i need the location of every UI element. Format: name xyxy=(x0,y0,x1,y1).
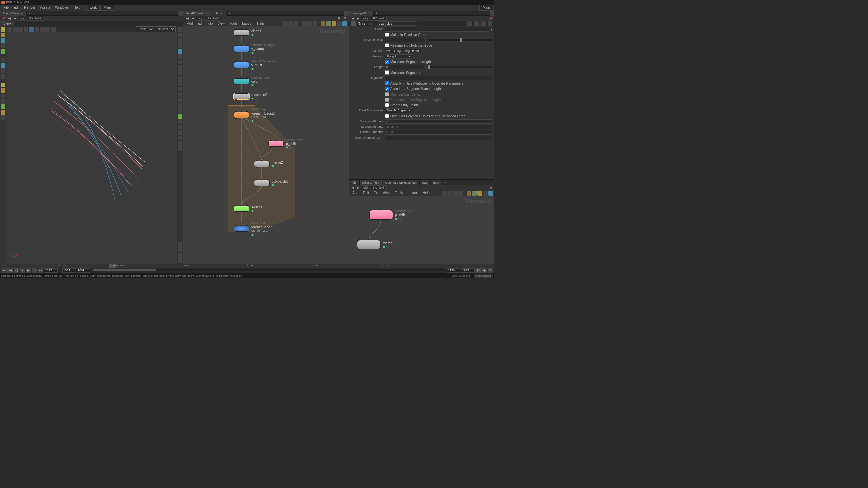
vp-icon[interactable] xyxy=(7,27,12,32)
nm-tools[interactable]: Tools xyxy=(228,21,239,26)
step-back-button[interactable]: ◀ xyxy=(7,268,13,273)
display-icon[interactable] xyxy=(178,81,182,86)
viewport-canvas[interactable]: Persp No cam xyxy=(6,26,177,264)
tool-icon[interactable] xyxy=(1,88,5,93)
display-icon[interactable] xyxy=(178,119,182,124)
tool-icon[interactable] xyxy=(1,110,5,115)
display-icon[interactable] xyxy=(178,130,182,135)
tool-icon[interactable] xyxy=(1,99,5,104)
path-obj[interactable]: obj xyxy=(361,16,370,21)
step-fwd-button[interactable]: ▷ xyxy=(32,268,37,273)
vp-icon[interactable] xyxy=(35,27,39,32)
vp-icon[interactable] xyxy=(13,27,18,32)
pin-icon[interactable]: 📌 xyxy=(488,16,493,21)
network1-graph[interactable]: Geometry clean1Attribute Wranglev_clampA… xyxy=(183,26,349,264)
search-icon[interactable] xyxy=(481,21,486,26)
net-toolbar-icon[interactable] xyxy=(337,21,342,26)
nm-go[interactable]: Go xyxy=(372,190,380,196)
find-icon[interactable]: ⊞ xyxy=(337,16,342,21)
net-toolbar-icon[interactable] xyxy=(283,21,288,26)
tab-obj[interactable]: /obj× xyxy=(211,11,226,16)
play-button[interactable]: ▶ xyxy=(26,268,31,273)
add-tab-button[interactable]: + xyxy=(226,11,232,16)
tool-icon[interactable] xyxy=(1,83,5,87)
tool-icon[interactable] xyxy=(1,104,5,109)
nm-view[interactable]: View xyxy=(381,190,392,196)
param-checkbox[interactable] xyxy=(385,43,389,47)
net-toolbar-icon[interactable] xyxy=(448,191,452,196)
global-start-field[interactable] xyxy=(447,268,460,273)
param-number[interactable] xyxy=(385,38,426,42)
close-icon[interactable]: × xyxy=(220,12,223,15)
node-color[interactable]: Attribute VOPcolor xyxy=(234,76,270,86)
status-mode[interactable]: Auto Update xyxy=(474,274,493,278)
net-toolbar-icon[interactable] xyxy=(313,21,317,26)
path-obj[interactable]: obj xyxy=(18,16,26,21)
node-resample2[interactable]: resample2 xyxy=(234,93,267,100)
nm-layout[interactable]: Layout xyxy=(240,21,254,26)
param-checkbox[interactable] xyxy=(385,60,389,64)
display-icon[interactable] xyxy=(178,70,182,75)
menu-file[interactable]: File xyxy=(1,5,11,10)
display-icon[interactable] xyxy=(178,114,182,119)
nm-go[interactable]: Go xyxy=(206,21,215,26)
param-input[interactable] xyxy=(385,27,489,32)
net-toolbar-icon[interactable] xyxy=(453,191,458,196)
back-icon[interactable]: ◀ xyxy=(350,16,355,21)
display-icon[interactable] xyxy=(178,38,182,43)
net-toolbar-icon[interactable] xyxy=(483,191,488,196)
param-checkbox[interactable] xyxy=(385,33,389,37)
back-icon[interactable]: ◀ xyxy=(7,16,12,21)
param-dropdown[interactable]: Straight Edges▾ xyxy=(385,108,412,113)
chevron-right-icon[interactable]: ▸ xyxy=(491,27,492,31)
tab-obj2[interactable]: /obj xyxy=(349,180,360,185)
param-checkbox[interactable] xyxy=(385,114,389,118)
display-icon[interactable] xyxy=(178,43,182,48)
range-end-field[interactable] xyxy=(77,268,90,273)
gear-icon[interactable]: ⚙ xyxy=(488,185,493,190)
current-frame-field[interactable] xyxy=(44,268,58,273)
node-polypatch1[interactable]: polypatch1 xyxy=(254,180,288,186)
op-name-field[interactable] xyxy=(377,21,417,26)
net-toolbar-icon[interactable] xyxy=(321,21,326,26)
node-foreach_end2[interactable]: Block Endforeach_end2Merge : 1614 xyxy=(234,222,272,236)
network2-graph[interactable]: Geometry Attribute VOPp_shiftmerge2 xyxy=(349,196,494,264)
display-icon[interactable] xyxy=(178,87,182,92)
desktop-work[interactable]: work xyxy=(86,5,100,11)
realtime-icon[interactable]: ⟳ xyxy=(488,268,493,273)
tab-objfxfield2[interactable]: /obj/FX_field xyxy=(360,180,382,185)
range-start-field[interactable] xyxy=(62,268,76,273)
tool-icon[interactable] xyxy=(1,94,5,98)
display-icon[interactable] xyxy=(178,27,182,32)
fwd-icon[interactable]: ▶ xyxy=(356,16,360,21)
tab-geomspread[interactable]: Geometry Spreadsheet xyxy=(382,180,420,185)
net-toolbar-icon[interactable] xyxy=(477,191,482,196)
vp-icon[interactable] xyxy=(29,27,34,32)
lock-icon[interactable] xyxy=(1,63,5,68)
vp-icon[interactable] xyxy=(24,27,28,32)
tab-objfxfield[interactable]: /obj/FX_field× xyxy=(183,11,211,16)
nm-edit[interactable]: Edit xyxy=(361,190,371,196)
display-icon[interactable] xyxy=(178,242,182,247)
net-toolbar-icon[interactable] xyxy=(307,21,312,26)
camera-persp-menu[interactable]: Persp xyxy=(136,26,154,32)
display-icon[interactable] xyxy=(178,92,182,97)
node-clean1[interactable]: clean1 xyxy=(234,29,261,36)
timeline-ruler[interactable]: 100110881027103210661260104811281027 xyxy=(0,264,494,268)
path-fxfield[interactable]: FX_field xyxy=(205,16,221,21)
node-v_multi[interactable]: Attribute Wranglev_multi xyxy=(234,60,275,70)
gear-icon[interactable]: ⚙ xyxy=(342,16,347,21)
param-checkbox[interactable] xyxy=(385,81,389,85)
net-toolbar-icon[interactable] xyxy=(294,21,298,26)
net-toolbar-icon[interactable] xyxy=(288,21,293,26)
display-icon[interactable] xyxy=(178,125,182,129)
display-icon[interactable] xyxy=(178,258,182,263)
gear-icon[interactable] xyxy=(467,21,472,26)
param-dropdown[interactable]: Along Arc▾ xyxy=(385,54,412,59)
nm-add[interactable]: Add xyxy=(185,21,195,26)
tool-icon[interactable] xyxy=(1,43,5,48)
net-toolbar-icon[interactable] xyxy=(472,191,477,196)
tool-icon[interactable] xyxy=(1,27,5,32)
add-tab-button[interactable]: + xyxy=(442,180,448,185)
nm-layout[interactable]: Layout xyxy=(406,190,420,196)
